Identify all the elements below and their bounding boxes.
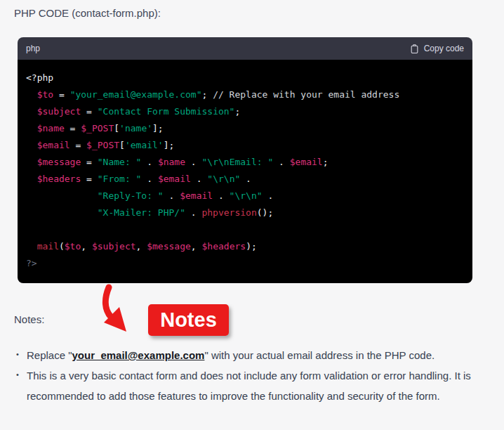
code-line: $headers = "From: " . $email . "\r\n" . [26,171,464,188]
code-line: $subject = "Contact Form Submission"; [26,103,464,120]
code-line: ?> [26,255,464,272]
code-content: <?php $to = "your_email@example.com"; //… [18,60,472,283]
note-item: Replace "your_email@example.com" with yo… [14,345,479,365]
code-line: "X-Mailer: PHP/" . phpversion(); [26,204,464,221]
copy-code-label: Copy code [424,44,464,53]
notes-section-label: Notes: [14,313,44,325]
email-link[interactable]: your_email@example.com [72,349,205,361]
code-line: $email = $_POST['email']; [26,137,464,154]
notes-callout-badge: Notes [148,304,229,336]
page-title: PHP CODE (contact-form.php): [14,7,161,19]
code-line: <?php [26,70,464,86]
code-block-header: php Copy code [18,37,472,60]
code-line: mail($to, $subject, $message, $headers); [26,238,464,255]
code-line: $name = $_POST['name']; [26,120,464,137]
code-line: $message = "Name: " . $name . "\r\nEmail… [26,154,464,171]
code-block: php Copy code <?php $to = "your_email@ex… [18,37,472,283]
code-language-label: php [26,44,40,53]
code-line: $to = "your_email@example.com"; // Repla… [26,86,464,103]
note-item: This is a very basic contact form and do… [14,365,479,406]
clipboard-icon [410,44,419,54]
notes-list: Replace "your_email@example.com" with yo… [14,345,479,406]
code-line [26,221,464,238]
red-arrow-icon [100,284,135,334]
code-line: "Reply-To: " . $email . "\r\n" . [26,188,464,204]
copy-code-button[interactable]: Copy code [410,44,464,54]
